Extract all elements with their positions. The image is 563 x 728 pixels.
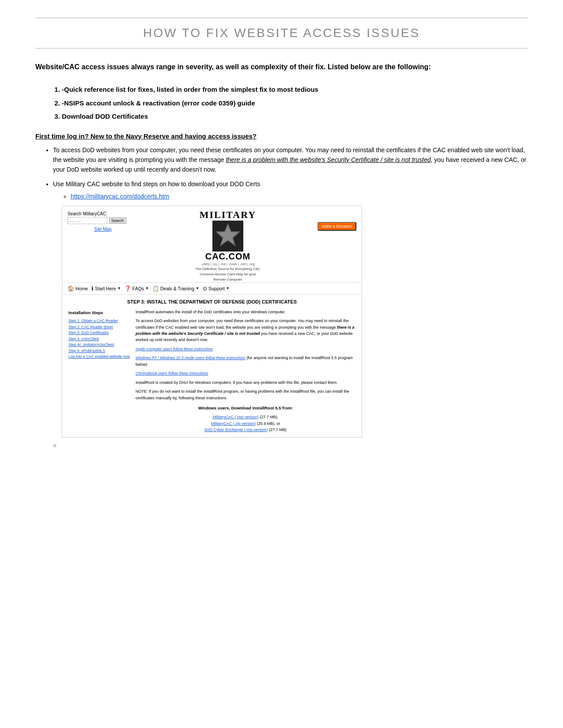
sidebar-step3[interactable]: Step 3: DoD Certificates — [68, 330, 130, 336]
sidebar-step4c[interactable]: Step 4c: jInitiatorActivClient — [68, 342, 130, 348]
cac-main-content: InstallRoot automates the install of the… — [136, 309, 355, 433]
dl-size2: (25.9 MB), or — [256, 421, 280, 426]
numbered-item-3: Download DOD Certificates — [62, 112, 528, 122]
cac-main-p2-start: To access DoD websites from your compute… — [136, 319, 349, 329]
cac-search-label: Search MilitaryCAC: — [68, 211, 138, 216]
bottom-divider — [35, 48, 528, 49]
info-icon: ℹ — [91, 285, 94, 292]
cac-search-row: Search — [68, 217, 138, 224]
cac-disa-note: InstallRoot is created by DISA for Windo… — [136, 379, 355, 386]
cac-search-button[interactable]: Search — [109, 218, 126, 224]
nav-deals-training-label: Deals & Training — [160, 286, 194, 291]
sub-bullet-link-item: https://militarycac.com/dodcerts.htm — [71, 191, 528, 201]
download-links: MilitaryCAC (.msi version) (27.7 MB), Mi… — [136, 414, 355, 433]
star-icon — [212, 221, 243, 251]
numbered-item-2: -NSIPS account unlock & reactivation (er… — [62, 98, 528, 109]
cac-logo-area: MILITARY CAC.COM .certs | .us | .mil | .… — [193, 210, 263, 282]
nav-faqs[interactable]: ❓ FAQs ▼ — [125, 285, 149, 292]
bullet-2-text: Use Military CAC website to find steps o… — [53, 180, 260, 188]
main-bullet-list: To access DoD websites from your compute… — [53, 145, 528, 202]
support-icon: ⊙ — [203, 285, 207, 292]
home-icon: 🏠 — [68, 285, 74, 292]
nav-support-label: Support — [208, 286, 225, 291]
cac-search-input[interactable] — [68, 217, 107, 224]
dl-link-dod[interactable]: DoD Cyber Exchange (.msi version) — [204, 428, 268, 432]
cac-sitemap: Site Map — [68, 227, 138, 232]
nav-home-label: Home — [76, 286, 88, 291]
donation-area: Make a Donation — [317, 210, 356, 231]
sub-bullet-list: https://militarycac.com/dodcerts.htm — [71, 191, 528, 201]
cac-tagline1: The Definitive Source for Everything CAC — [195, 267, 260, 271]
dl-link-msi[interactable]: MilitaryCAC (.msi version) — [213, 415, 259, 419]
sitemap-link[interactable]: Site Map — [94, 227, 111, 232]
cac-main-p2: To access DoD websites from your compute… — [136, 318, 355, 343]
page-title: HOW TO FIX WEBSITE ACCESS ISSUES — [35, 26, 528, 40]
cac-dot-links: .certs | .us | .mil | .mobi | .net | .or… — [201, 262, 255, 266]
cac-header: Search MilitaryCAC: Search Site Map MILI… — [62, 206, 362, 282]
bottom-bullet: ○ — [53, 442, 528, 449]
faqs-arrow-icon: ▼ — [145, 286, 149, 290]
cac-com-title: CAC.COM — [205, 251, 251, 262]
nav-faqs-label: FAQs — [132, 286, 144, 291]
military-title: MILITARY — [200, 210, 257, 220]
chromebook-link[interactable]: Chromebook users follow these instructio… — [136, 371, 208, 375]
apple-link[interactable]: Apple computer users follow these instru… — [136, 347, 213, 351]
bullet-1-italic: there is a problem with the website's Se… — [226, 156, 431, 163]
cac-apple-link-para: Apple computer users follow these instru… — [136, 346, 355, 353]
cac-chromebook-link-para: Chromebook users follow these instructio… — [136, 370, 355, 377]
cac-sidebar: Installation Steps Step 1: Obtain a CAC … — [68, 309, 130, 433]
dl-link-zip[interactable]: MilitaryCAC (.zip version) — [211, 421, 256, 426]
cac-two-col: Installation Steps Step 1: Obtain a CAC … — [68, 309, 355, 433]
support-arrow-icon: ▼ — [226, 286, 230, 290]
sidebar-step2[interactable]: Step 2: CAC Reader driver — [68, 324, 130, 330]
cac-search-area: Search MilitaryCAC: Search Site Map — [68, 210, 138, 232]
nav-start-here-label: Start Here — [95, 286, 116, 291]
download-title: Windows users, Download InstallRoot 5.5 … — [136, 405, 355, 411]
dl-size3: (27.7 MB) — [268, 428, 287, 432]
sidebar-step1[interactable]: Step 1: Obtain a CAC Reader — [68, 318, 130, 324]
intro-text: Website/CAC access issues always range i… — [35, 62, 528, 72]
dodcerts-link[interactable]: https://militarycac.com/dodcerts.htm — [71, 193, 169, 200]
step-title: STEP 3: INSTALL the Department of Defens… — [68, 299, 355, 304]
cac-tagline2: Common Access Card Help for your — [200, 272, 256, 277]
nav-deals-training[interactable]: 📋 Deals & Training ▼ — [152, 285, 199, 292]
numbered-list: -Quick reference list for fixes, listed … — [62, 85, 528, 122]
cac-manual-note: NOTE: If you do not want to install the … — [136, 388, 355, 401]
cac-main-p1: InstallRoot automates the install of the… — [136, 309, 355, 315]
cac-content-area: STEP 3: INSTALL the Department of Defens… — [62, 295, 362, 438]
nav-support[interactable]: ⊙ Support ▼ — [203, 285, 230, 292]
nav-home[interactable]: 🏠 Home — [68, 285, 88, 292]
sidebar-step4[interactable]: Step 4: ActivClient — [68, 336, 130, 342]
dl-size1: (27.7 MB), — [259, 415, 279, 419]
section-heading: First time log in? New to the Navy Reser… — [35, 132, 528, 140]
deals-icon: 📋 — [152, 285, 159, 292]
cac-download-section: Windows users, Download InstallRoot 5.5 … — [136, 405, 355, 433]
cac-windows-link-para: Windows RT / Windows 10 S mode users fol… — [136, 355, 355, 368]
numbered-item-1: -Quick reference list for fixes, listed … — [62, 85, 528, 95]
sidebar-title: Installation Steps — [68, 309, 130, 316]
cac-website-screenshot: Search MilitaryCAC: Search Site Map MILI… — [62, 206, 362, 438]
deals-arrow-icon: ▼ — [196, 286, 199, 290]
make-donation-button[interactable]: Make a Donation — [317, 222, 356, 231]
bullet-item-2: Use Military CAC website to find steps o… — [53, 179, 528, 202]
nav-start-here[interactable]: ℹ Start Here ▼ — [91, 285, 121, 292]
top-divider — [35, 18, 528, 18]
cac-nav: 🏠 Home ℹ Start Here ▼ ❓ FAQs ▼ 📋 Deals &… — [62, 282, 362, 295]
start-here-arrow-icon: ▼ — [117, 286, 121, 290]
sidebar-step5[interactable]: Step 5: ePubFastMLS — [68, 348, 130, 354]
faq-icon: ❓ — [125, 285, 131, 292]
bullet-item-1: To access DoD websites from your compute… — [53, 145, 528, 175]
windows-link[interactable]: Windows RT / Windows 10 S mode users fol… — [136, 356, 246, 360]
sidebar-login[interactable]: Log into a CAC enabled website now — [68, 354, 130, 360]
cac-tagline3: Remote Computer — [213, 278, 242, 282]
